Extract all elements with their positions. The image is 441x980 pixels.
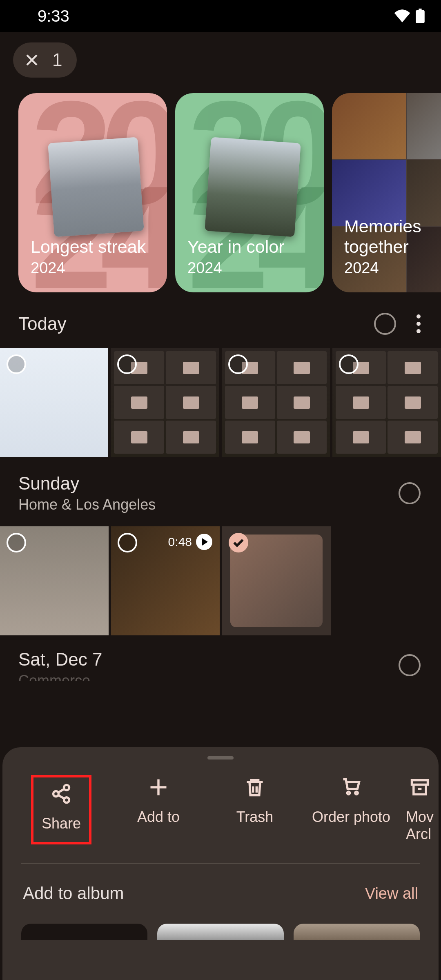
- album-thumb[interactable]: [157, 924, 283, 940]
- archive-icon: [409, 777, 430, 798]
- selected-check-icon[interactable]: [229, 533, 248, 552]
- date-subtitle: Commerce: [18, 672, 102, 681]
- select-circle-icon[interactable]: [118, 533, 137, 552]
- photo-row-sunday: 0:48: [0, 521, 441, 635]
- select-circle-icon[interactable]: [228, 354, 248, 374]
- video-duration-badge: 0:48: [168, 534, 212, 550]
- memory-thumb: [48, 137, 144, 237]
- wifi-icon: [394, 9, 411, 22]
- svg-rect-9: [412, 780, 428, 785]
- memories-carousel[interactable]: 20 24 Longest streak 2024 20 24 Year in …: [0, 86, 441, 296]
- photo-thumb[interactable]: [0, 526, 109, 635]
- svg-line-5: [58, 789, 65, 793]
- memory-year: 2024: [187, 259, 312, 277]
- svg-point-4: [64, 797, 69, 803]
- move-archive-action[interactable]: MovArcl: [399, 777, 440, 843]
- play-icon: [196, 534, 212, 550]
- select-all-sat[interactable]: [399, 654, 421, 676]
- memory-card-memories-together[interactable]: Memories together 2024: [332, 93, 441, 292]
- date-title: Today: [18, 314, 66, 334]
- trash-action[interactable]: Trash: [207, 777, 303, 843]
- date-subtitle: Home & Los Angeles: [18, 496, 156, 513]
- close-selection-button[interactable]: [23, 51, 41, 69]
- date-title: Sunday: [18, 473, 156, 494]
- action-label: Add to: [137, 808, 180, 826]
- share-icon: [51, 783, 72, 804]
- action-row: Share Add to Trash Order photo MovArcl: [2, 760, 439, 863]
- more-menu-icon[interactable]: [416, 314, 421, 333]
- selection-bar: 1: [0, 32, 441, 86]
- video-thumb[interactable]: 0:48: [111, 526, 220, 635]
- album-thumbnails: [2, 915, 439, 940]
- share-action[interactable]: Share: [33, 777, 90, 843]
- action-label: Share: [42, 815, 81, 832]
- photo-row-today: [0, 342, 441, 457]
- svg-line-6: [58, 795, 65, 799]
- select-circle-icon[interactable]: [7, 533, 26, 552]
- album-thumb[interactable]: [294, 924, 420, 940]
- photo-thumb-selected[interactable]: [222, 526, 331, 635]
- memory-card-year-in-color[interactable]: 20 24 Year in color 2024: [175, 93, 324, 292]
- status-bar: 9:33: [0, 0, 441, 32]
- add-to-album-row: Add to album View all: [2, 864, 439, 915]
- album-thumb[interactable]: [21, 924, 147, 940]
- selection-count: 1: [52, 50, 62, 70]
- photo-thumb[interactable]: [222, 348, 330, 457]
- svg-point-3: [53, 791, 59, 797]
- add-to-album-label: Add to album: [23, 884, 124, 903]
- trash-icon: [244, 777, 265, 798]
- memory-year: 2024: [31, 259, 155, 277]
- memory-title: Memories together: [344, 216, 441, 257]
- date-header-today: Today: [0, 296, 441, 342]
- svg-point-2: [64, 785, 69, 790]
- view-all-button[interactable]: View all: [365, 885, 418, 902]
- add-to-action[interactable]: Add to: [110, 777, 207, 843]
- selection-pill: 1: [13, 42, 77, 78]
- plus-icon: [148, 777, 169, 798]
- bottom-sheet: Share Add to Trash Order photo MovArcl A…: [2, 747, 439, 980]
- date-header-sat: Sat, Dec 7 Commerce: [0, 635, 441, 688]
- date-title: Sat, Dec 7: [18, 649, 102, 670]
- photo-thumb[interactable]: [332, 348, 441, 457]
- battery-icon: [416, 9, 425, 23]
- action-label: Trash: [236, 808, 274, 826]
- select-all-sunday[interactable]: [399, 482, 421, 504]
- memory-year: 2024: [344, 259, 441, 277]
- status-time: 9:33: [38, 7, 69, 25]
- cart-icon: [341, 777, 362, 798]
- memory-thumb: [205, 137, 301, 237]
- memory-title: Longest streak: [31, 237, 155, 257]
- photo-thumb[interactable]: [0, 348, 108, 457]
- sheet-drag-handle[interactable]: [207, 756, 234, 760]
- photo-thumb[interactable]: [111, 348, 219, 457]
- select-circle-icon[interactable]: [7, 354, 26, 374]
- action-label: MovArcl: [406, 808, 434, 843]
- memory-card-longest-streak[interactable]: 20 24 Longest streak 2024: [18, 93, 167, 292]
- action-label: Order photo: [312, 808, 390, 826]
- date-header-sunday: Sunday Home & Los Angeles: [0, 457, 441, 521]
- select-all-today[interactable]: [374, 313, 396, 335]
- order-photo-action[interactable]: Order photo: [303, 777, 399, 843]
- memory-title: Year in color: [187, 237, 312, 257]
- status-icons: [394, 9, 425, 23]
